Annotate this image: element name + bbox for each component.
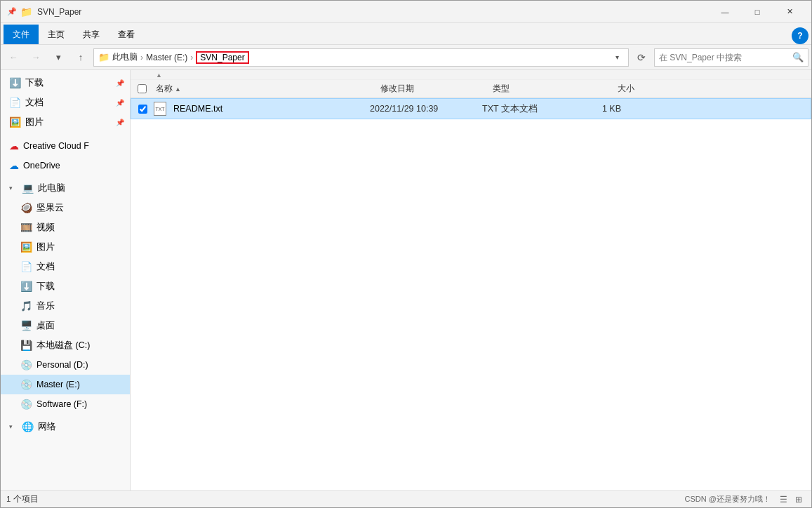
sidebar-item-download[interactable]: ⬇️ 下载 📌 <box>1 73 130 93</box>
sidebar-item-label: 音乐 <box>36 300 55 312</box>
file-type: TXT 文本文档 <box>482 103 573 115</box>
sidebar-item-docs[interactable]: 📄 文档 📌 <box>1 93 130 112</box>
file-list: TXT README.txt 2022/11/29 10:39 TXT 文本文档… <box>131 98 811 490</box>
close-button[interactable]: ✕ <box>773 1 806 23</box>
sidebar-item-label: 桌面 <box>36 320 55 332</box>
item-count: 1 个项目 <box>6 494 39 504</box>
back-button[interactable]: ← <box>4 48 23 67</box>
sidebar-item-videos[interactable]: 🎞️ 视频 <box>1 218 130 237</box>
docs-icon: 📄 <box>9 97 21 108</box>
addr-this-pc[interactable]: 此电脑 <box>112 51 138 63</box>
sidebar-item-download2[interactable]: ⬇️ 下载 <box>1 276 130 296</box>
address-parts: 此电脑 › Master (E:) › SVN_Paper <box>112 51 607 64</box>
col-header-date[interactable]: 修改日期 <box>378 80 490 98</box>
file-name[interactable]: README.txt <box>173 104 370 114</box>
sidebar-item-desktop[interactable]: 🖥️ 桌面 <box>1 316 130 335</box>
table-row[interactable]: TXT README.txt 2022/11/29 10:39 TXT 文本文档… <box>131 98 811 119</box>
window-controls: — □ ✕ <box>709 1 806 23</box>
main-area: ⬇️ 下载 📌 📄 文档 📌 🖼️ 图片 📌 ☁ Creative Cloud … <box>1 70 811 490</box>
sidebar-item-label: 图片 <box>25 116 44 128</box>
status-right: CSDN @还是要努力哦！ ☰ ⊞ <box>685 493 806 506</box>
sidebar-drive-f-label: Software (F:) <box>36 399 87 409</box>
desktop-icon: 🖥️ <box>20 320 32 331</box>
sort-arrow-icon: ▲ <box>175 86 181 93</box>
sidebar-item-label: 下载 <box>36 281 55 293</box>
download2-icon: ⬇️ <box>20 281 32 292</box>
sidebar-item-drive-f[interactable]: 💿 CSDN @还是要努力哦！ Software (F:) <box>1 394 130 414</box>
sidebar-item-drive-d[interactable]: 💿 Personal (D:) <box>1 355 130 375</box>
drive-d-icon: 💿 <box>20 359 32 370</box>
view-list-button[interactable]: ☰ <box>776 493 790 506</box>
view-detail-button[interactable]: ⊞ <box>792 493 806 506</box>
header-checkbox[interactable] <box>131 84 153 93</box>
addr-master-e[interactable]: Master (E:) <box>146 53 187 62</box>
sidebar-item-docs2[interactable]: 📄 文档 <box>1 257 130 276</box>
sidebar-item-music[interactable]: 🎵 音乐 <box>1 296 130 316</box>
sidebar-item-label: Master (E:) <box>36 380 80 389</box>
file-checkbox[interactable] <box>138 105 147 114</box>
sidebar-item-pictures[interactable]: 🖼️ 图片 📌 <box>1 112 130 132</box>
sidebar-item-label: Personal (D:) <box>36 360 88 370</box>
onedrive-icon: ☁ <box>9 160 19 171</box>
sidebar-item-drive-e[interactable]: 💿 Master (E:) <box>1 375 130 394</box>
row-checkbox[interactable] <box>131 105 154 114</box>
address-bar-row: ← → ▾ ↑ 📁 此电脑 › Master (E:) › SVN_Paper … <box>1 45 811 70</box>
ribbon: 文件 主页 共享 查看 ? <box>1 23 811 45</box>
refresh-button[interactable]: ⟳ <box>632 48 651 67</box>
sidebar-item-creative-cloud[interactable]: ☁ Creative Cloud F <box>1 136 130 156</box>
sidebar-item-label: 网络 <box>38 421 56 433</box>
address-dropdown-button[interactable]: ▾ <box>610 48 624 67</box>
sidebar-item-nutstore[interactable]: 🥥 坚果云 <box>1 198 130 218</box>
addr-current-folder[interactable]: SVN_Paper <box>196 51 248 64</box>
search-icon[interactable]: 🔍 <box>792 52 804 62</box>
sidebar-item-label: 坚果云 <box>36 202 64 214</box>
maximize-button[interactable]: □ <box>741 1 773 23</box>
window-title: SVN_Paper <box>37 7 81 17</box>
recent-locations-button[interactable]: ▾ <box>48 48 68 67</box>
forward-button[interactable]: → <box>26 48 46 67</box>
file-type-icon: TXT <box>154 102 171 116</box>
up-button[interactable]: ↑ <box>71 48 91 67</box>
download-icon: ⬇️ <box>9 77 21 88</box>
drive-c-icon: 💾 <box>20 340 32 351</box>
sidebar-item-pictures2[interactable]: 🖼️ 图片 <box>1 237 130 257</box>
sidebar-item-this-pc[interactable]: ▾ 💻 此电脑 <box>1 178 130 198</box>
sidebar-item-label: Creative Cloud F <box>23 141 89 151</box>
sidebar-item-network[interactable]: ▾ 🌐 网络 <box>1 417 130 436</box>
title-bar: 📌 📁 SVN_Paper — □ ✕ <box>1 1 811 23</box>
col-header-type[interactable]: 类型 <box>490 80 581 98</box>
search-input[interactable] <box>659 53 790 62</box>
tab-home[interactable]: 主页 <box>39 25 74 44</box>
col-header-size[interactable]: 大小 <box>581 80 637 98</box>
sidebar-item-label: 文档 <box>36 261 55 273</box>
sidebar: ⬇️ 下载 📌 📄 文档 📌 🖼️ 图片 📌 ☁ Creative Cloud … <box>1 70 131 490</box>
sidebar-item-label: 本地磁盘 (C:) <box>36 340 90 352</box>
drive-e-icon: 💿 <box>20 379 32 390</box>
pin-icon: 📌 <box>116 99 124 107</box>
column-header: 名称 ▲ 修改日期 类型 大小 <box>131 80 811 98</box>
music-icon: 🎵 <box>20 300 32 312</box>
tab-file[interactable]: 文件 <box>4 25 39 44</box>
csdn-watermark: CSDN @还是要努力哦！ <box>685 494 771 504</box>
pin-icon: 📌 <box>116 79 124 87</box>
col-header-name[interactable]: 名称 ▲ <box>153 80 378 98</box>
select-all-checkbox[interactable] <box>138 84 147 93</box>
sidebar-item-drive-c[interactable]: 💾 本地磁盘 (C:) <box>1 335 130 355</box>
view-icons: ☰ ⊞ <box>776 493 806 506</box>
help-button[interactable]: ? <box>792 27 808 44</box>
videos-icon: 🎞️ <box>20 222 32 233</box>
sidebar-item-onedrive[interactable]: ☁ OneDrive <box>1 156 130 175</box>
quick-access-icons: 📌 📁 <box>6 6 32 18</box>
sidebar-item-label: OneDrive <box>23 161 60 171</box>
pictures-icon: 🖼️ <box>9 116 21 128</box>
quick-pin-icon: 📌 <box>6 6 18 18</box>
expand-icon: ▾ <box>9 423 18 430</box>
minimize-button[interactable]: — <box>709 1 741 23</box>
address-bar[interactable]: 📁 此电脑 › Master (E:) › SVN_Paper ▾ <box>93 48 629 67</box>
sidebar-item-label: 文档 <box>25 97 44 109</box>
search-box[interactable]: 🔍 <box>654 48 808 67</box>
tab-share[interactable]: 共享 <box>74 25 109 44</box>
tab-view[interactable]: 查看 <box>109 25 144 44</box>
ribbon-tabs: 文件 主页 共享 查看 ? <box>1 23 811 44</box>
drive-f-icon: 💿 <box>20 399 32 410</box>
